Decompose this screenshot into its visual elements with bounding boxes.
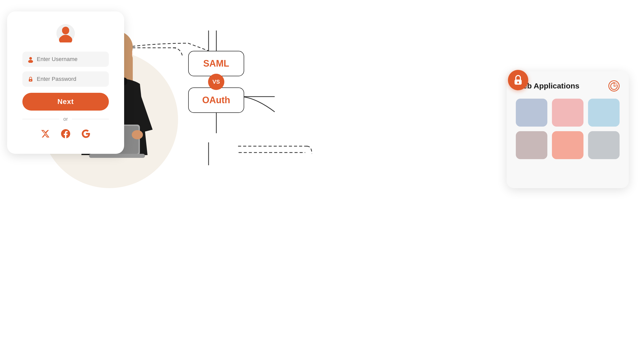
timer-icon <box>608 80 620 92</box>
app-tile-6[interactable] <box>588 131 620 159</box>
app-tile-3[interactable] <box>588 99 620 127</box>
app-tile-4[interactable] <box>516 131 547 159</box>
saml-label: SAML <box>203 58 229 69</box>
google-login-button[interactable] <box>79 127 93 140</box>
lock-icon-large <box>513 75 523 85</box>
saml-oauth-comparison: SAML VS OAuth <box>181 31 252 133</box>
app-tile-2[interactable] <box>552 99 583 127</box>
svg-point-8 <box>30 80 31 81</box>
svg-rect-28 <box>518 82 519 84</box>
svg-point-6 <box>28 60 33 63</box>
username-field[interactable] <box>22 52 109 67</box>
password-field[interactable] <box>22 71 109 87</box>
saml-box: SAML <box>188 51 244 76</box>
app-tile-1[interactable] <box>516 99 547 127</box>
apps-grid <box>516 99 620 159</box>
password-input[interactable] <box>37 76 104 82</box>
login-card: Next or <box>7 11 124 154</box>
web-apps-header: Web Applications <box>516 80 620 92</box>
divider: or <box>22 116 109 122</box>
lock-icon <box>27 76 34 83</box>
or-text: or <box>63 116 68 122</box>
twitter-login-button[interactable] <box>39 127 52 140</box>
oauth-label: OAuth <box>202 95 230 105</box>
connector-oauth-webapps <box>238 141 319 157</box>
app-tile-5[interactable] <box>552 131 583 159</box>
svg-point-34 <box>615 83 617 85</box>
social-login-row <box>39 127 93 140</box>
facebook-login-button[interactable] <box>59 127 72 140</box>
user-icon <box>27 56 34 63</box>
svg-point-5 <box>29 57 32 60</box>
oauth-box: OAuth <box>188 87 244 113</box>
svg-rect-16 <box>89 154 145 158</box>
avatar-icon <box>56 24 75 42</box>
svg-point-3 <box>62 27 69 34</box>
next-button[interactable]: Next <box>22 93 109 111</box>
web-applications-card: Web Applications <box>507 71 629 188</box>
security-lock-badge <box>508 70 528 90</box>
vs-badge: VS <box>208 74 224 90</box>
svg-point-18 <box>132 130 143 139</box>
username-input[interactable] <box>37 56 104 63</box>
